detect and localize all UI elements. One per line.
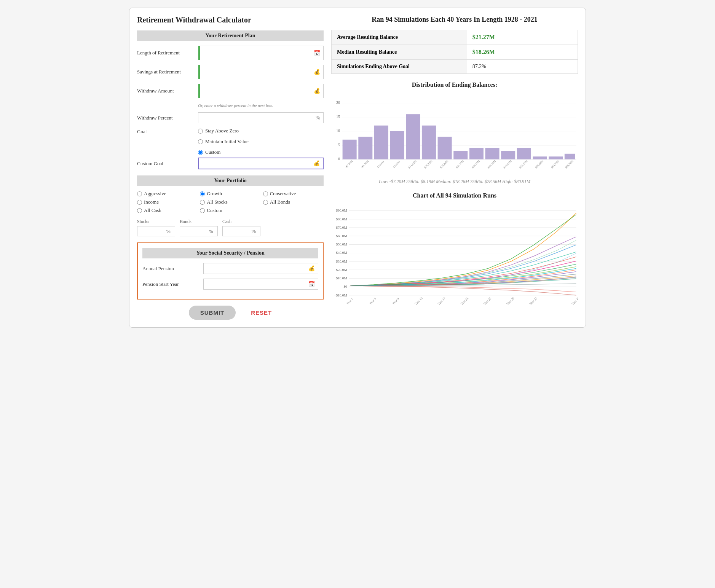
growth-label: Growth <box>207 191 222 197</box>
avg-balance-value: $21.27M <box>467 30 578 45</box>
cash-pct: % <box>249 228 258 234</box>
svg-text:$69.90M: $69.90M <box>564 159 574 169</box>
portfolio-custom[interactable]: Custom <box>200 207 260 214</box>
goal-radio-maintain[interactable] <box>198 139 203 144</box>
portfolio-grid: Aggressive Growth Conservative Income Al… <box>137 191 324 214</box>
radio-aggressive[interactable] <box>137 191 142 196</box>
portfolio-conservative[interactable]: Conservative <box>263 191 324 197</box>
svg-text:$80.0M: $80.0M <box>336 217 347 221</box>
submit-button[interactable]: SUBMIT <box>189 306 236 320</box>
withdraw-input[interactable]: 100000 <box>200 86 311 96</box>
pension-money-icon: 💰 <box>305 265 318 272</box>
radio-conservative[interactable] <box>263 191 268 196</box>
svg-text:$30.0M: $30.0M <box>336 260 347 263</box>
portfolio-growth[interactable]: Growth <box>200 191 260 197</box>
bonds-input[interactable]: 30 <box>180 226 207 236</box>
length-row: Length of Retirement 40 📅 <box>137 46 324 60</box>
stat-row-above-goal: Simulations Ending Above Goal 87.2% <box>332 60 578 74</box>
withdraw-pct-wrapper: 5 % <box>198 112 324 123</box>
all-cash-label: All Cash <box>144 207 161 214</box>
svg-text:$36.85M: $36.85M <box>471 159 481 169</box>
button-row: SUBMIT RESET <box>137 306 324 320</box>
dist-chart-title: Distribution of Ending Balances: <box>331 81 578 88</box>
annual-pension-row: Annual Pension 40000 💰 <box>142 263 318 274</box>
withdraw-pct-input[interactable]: 5 <box>198 113 313 123</box>
goal-row: Goal Stay Above Zero Maintain Initial Va… <box>137 128 324 158</box>
portfolio-all-bonds[interactable]: All Bonds <box>263 199 324 205</box>
radio-income[interactable] <box>137 200 142 205</box>
portfolio-income[interactable]: Income <box>137 199 198 205</box>
pension-section: Your Social Security / Pension Annual Pe… <box>137 242 324 300</box>
stat-row-median: Median Resulting Balance $18.26M <box>332 45 578 60</box>
svg-text:Year 5: Year 5 <box>369 297 377 306</box>
stocks-group: Stocks 70 % <box>137 219 175 236</box>
all-stocks-label: All Stocks <box>207 199 228 205</box>
stocks-input[interactable]: 70 <box>137 226 164 236</box>
svg-text:$60.0M: $60.0M <box>336 234 347 238</box>
bar-10 <box>501 151 515 159</box>
savings-input-wrapper: 2000000 💰 <box>198 65 324 79</box>
withdraw-row: Withdraw Amount 100000 💰 <box>137 84 324 98</box>
svg-text:$25.84M: $25.84M <box>439 159 449 169</box>
svg-text:0: 0 <box>338 157 340 161</box>
bonds-input-wrap: 30 % <box>180 226 218 236</box>
annual-pension-input[interactable]: 40000 <box>204 263 305 274</box>
radio-all-bonds[interactable] <box>263 200 268 205</box>
cash-group: Cash 0 % <box>222 219 260 236</box>
bar-5 <box>422 126 436 159</box>
portfolio-all-cash[interactable]: All Cash <box>137 207 198 214</box>
svg-text:-$1.70M: -$1.70M <box>360 159 370 169</box>
reset-button[interactable]: RESET <box>251 309 272 316</box>
conservative-label: Conservative <box>270 191 296 197</box>
bar-12 <box>533 156 547 159</box>
bar-7 <box>453 151 468 159</box>
percent-icon: % <box>313 115 323 121</box>
withdraw-hint: Or, enter a withdraw percent in the next… <box>198 103 324 108</box>
bonds-label: Bonds <box>180 219 218 225</box>
goal-stay-above-zero[interactable]: Stay Above Zero <box>198 128 249 134</box>
radio-custom-portfolio[interactable] <box>200 208 205 213</box>
stocks-pct: % <box>164 228 173 234</box>
goal-radio-stay[interactable] <box>198 129 203 134</box>
left-panel: Retirement Withdrawal Calculator Your Re… <box>137 16 324 320</box>
withdraw-pct-row: Withdraw Percent 5 % <box>137 112 324 123</box>
svg-text:$90.0M: $90.0M <box>336 209 347 212</box>
goal-maintain[interactable]: Maintain Initial Value <box>198 139 249 145</box>
portfolio-aggressive[interactable]: Aggressive <box>137 191 198 197</box>
bar-chart-svg: 20 15 10 5 0 <box>331 92 578 176</box>
cash-input-wrap: 0 % <box>222 226 260 236</box>
bar-1 <box>358 137 372 159</box>
svg-text:Year 17: Year 17 <box>437 296 447 306</box>
svg-text:Year 25: Year 25 <box>483 296 492 306</box>
right-panel: Ran 94 Simulations Each 40 Years In Leng… <box>331 16 578 320</box>
goal-radio-custom[interactable] <box>198 150 203 155</box>
goal-stay-label: Stay Above Zero <box>205 128 239 134</box>
withdraw-pct-label: Withdraw Percent <box>137 115 198 121</box>
above-goal-value: 87.2% <box>467 60 578 74</box>
stats-table: Average Resulting Balance $21.27M Median… <box>331 30 578 74</box>
savings-row: Savings at Retirement 2000000 💰 <box>137 65 324 79</box>
custom-goal-input[interactable]: 1000000 <box>199 158 310 169</box>
goal-label: Goal <box>137 128 198 135</box>
allocation-row: Stocks 70 % Bonds 30 % Cash 0 % <box>137 219 324 236</box>
cash-input[interactable]: 0 <box>223 226 249 236</box>
svg-text:$3.81M: $3.81M <box>376 160 385 169</box>
goal-custom[interactable]: Custom <box>198 149 249 155</box>
svg-text:$64.39M: $64.39M <box>550 159 560 169</box>
pension-calendar-icon: 📅 <box>305 281 318 287</box>
sim-title: Ran 94 Simulations Each 40 Years In Leng… <box>331 16 578 24</box>
length-input[interactable]: 40 <box>200 48 311 58</box>
radio-all-cash[interactable] <box>137 208 142 213</box>
portfolio-all-stocks[interactable]: All Stocks <box>200 199 260 205</box>
pension-start-input[interactable]: 10 <box>204 279 305 289</box>
radio-all-stocks[interactable] <box>200 200 205 205</box>
bar-3 <box>390 131 404 159</box>
savings-input[interactable]: 2000000 <box>200 67 311 77</box>
money-icon-2: 💰 <box>311 88 323 94</box>
money-icon-3: 💰 <box>310 160 323 167</box>
goal-custom-label: Custom <box>205 149 220 155</box>
withdraw-label: Withdraw Amount <box>137 88 198 94</box>
bar-6 <box>438 137 452 159</box>
custom-portfolio-label: Custom <box>207 207 222 214</box>
radio-growth[interactable] <box>200 191 205 196</box>
